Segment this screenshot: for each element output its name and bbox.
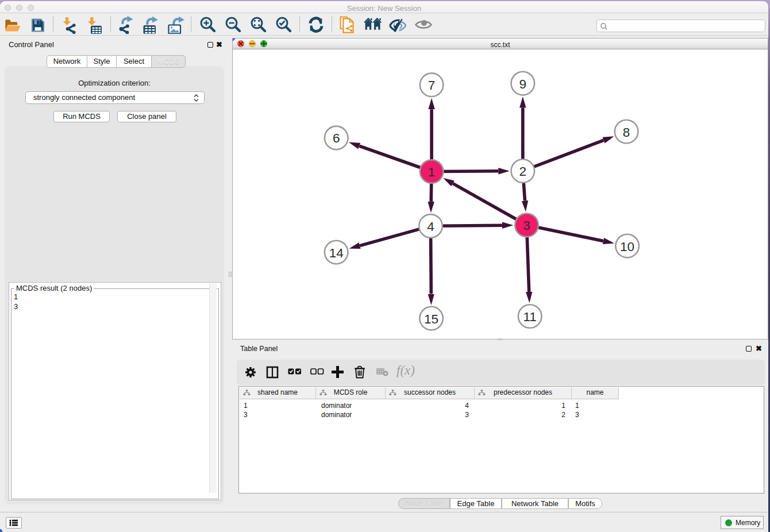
svg-text:1: 1: [428, 165, 436, 179]
svg-text:15: 15: [424, 312, 438, 326]
svg-text:11: 11: [523, 310, 537, 324]
svg-text:8: 8: [623, 125, 630, 140]
svg-text:2: 2: [519, 164, 527, 179]
svg-text:9: 9: [519, 77, 527, 91]
svg-text:6: 6: [333, 131, 340, 145]
svg-text:4: 4: [427, 219, 434, 234]
svg-text:10: 10: [620, 240, 634, 254]
svg-text:7: 7: [428, 78, 436, 92]
svg-text:3: 3: [523, 218, 530, 233]
svg-text:14: 14: [329, 246, 344, 260]
